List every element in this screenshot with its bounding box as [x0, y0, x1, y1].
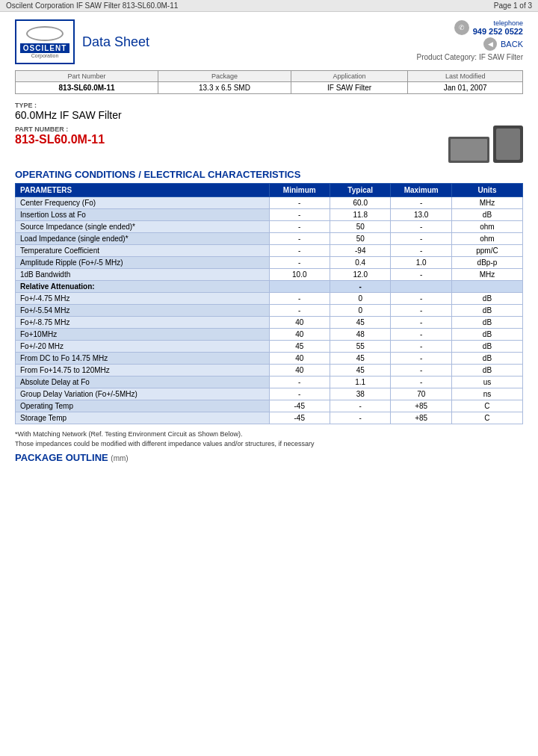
table-row: Absolute Delay at Fo-1.1-us: [16, 377, 523, 388]
row-typ: 45: [330, 317, 390, 329]
info-header-package: Package: [158, 71, 291, 82]
row-min: 40: [269, 317, 330, 329]
type-label: TYPE :: [15, 102, 37, 109]
row-typ: 60.0: [330, 197, 390, 209]
row-typ: 0.4: [330, 257, 390, 269]
row-max: -: [391, 329, 451, 341]
chip-image-2: [493, 126, 523, 163]
table-row: From Fo+14.75 to 120MHz4045-dB: [16, 365, 523, 377]
logo-corp: Corporation: [31, 53, 59, 58]
row-param: Absolute Delay at Fo: [16, 377, 270, 388]
table-row: From DC to Fo 14.75 MHz4045-dB: [16, 353, 523, 365]
back-row[interactable]: ◀ BACK: [417, 37, 523, 51]
footnote-1: *With Matching Network (Ref. Testing Env…: [15, 430, 523, 438]
row-min: -: [269, 388, 330, 400]
row-typ: -: [330, 400, 390, 412]
contact-section: ✆ telephone 949 252 0522 ◀ BACK Product …: [417, 19, 523, 61]
row-max: 70: [391, 388, 451, 400]
row-typ: 48: [330, 329, 390, 341]
row-min: -: [269, 245, 330, 257]
row-units: us: [451, 377, 522, 388]
row-min: 10.0: [269, 269, 330, 281]
row-min: -: [269, 293, 330, 305]
row-units: dB: [451, 209, 522, 221]
row-typ: 50: [330, 221, 390, 233]
col-header-units: Units: [451, 184, 522, 197]
pn-left: PART NUMBER : 813-SL60.0M-11: [15, 126, 105, 146]
row-max: +85: [391, 412, 451, 424]
row-max: +85: [391, 400, 451, 412]
row-param: Operating Temp: [16, 400, 270, 412]
row-units: dB: [451, 317, 522, 329]
section-center: -: [330, 281, 390, 293]
row-min: -45: [269, 400, 330, 412]
row-max: -: [391, 365, 451, 377]
row-units: C: [451, 412, 522, 424]
row-typ: 11.8: [330, 209, 390, 221]
phone-icon: ✆: [454, 20, 469, 35]
table-row: Temperature Coefficient--94-ppm/C: [16, 245, 523, 257]
row-min: -: [269, 377, 330, 388]
info-val-partnumber: 813-SL60.0M-11: [16, 82, 158, 94]
row-max: -: [391, 353, 451, 365]
table-row: Fo+/-8.75 MHz4045-dB: [16, 317, 523, 329]
table-row: Storage Temp-45-+85C: [16, 412, 523, 424]
row-typ: 50: [330, 233, 390, 245]
row-param: Source Impedance (single ended)*: [16, 221, 270, 233]
logo-box: OSCILENT Corporation: [15, 19, 75, 64]
table-row: 1dB Bandwidth10.012.0-MHz: [16, 269, 523, 281]
logo-name: OSCILENT: [20, 43, 70, 53]
row-param: From Fo+14.75 to 120MHz: [16, 365, 270, 377]
col-header-parameters: PARAMETERS: [16, 184, 270, 197]
telephone-label: telephone: [473, 19, 523, 27]
row-units: ohm: [451, 221, 522, 233]
row-units: dB: [451, 353, 522, 365]
info-header-partnumber: Part Number: [16, 71, 158, 82]
chip-image-1: [448, 137, 489, 163]
component-image: [448, 126, 523, 163]
info-header-application: Application: [291, 71, 407, 82]
row-units: ppm/C: [451, 245, 522, 257]
row-max: -: [391, 269, 451, 281]
telephone-row: ✆ telephone 949 252 0522: [417, 19, 523, 36]
footnote-2: Those impedances could be modified with …: [15, 440, 523, 447]
row-max: 1.0: [391, 257, 451, 269]
row-max: -: [391, 305, 451, 317]
row-max: 13.0: [391, 209, 451, 221]
row-min: -: [269, 209, 330, 221]
row-param: Load Impedance (single ended)*: [16, 233, 270, 245]
row-min: 40: [269, 329, 330, 341]
logo-section: OSCILENT Corporation Data Sheet: [15, 19, 149, 64]
operating-conditions-title: OPERATING CONDITIONS / ELECTRICAL CHARAC…: [15, 169, 523, 180]
row-param: 1dB Bandwidth: [16, 269, 270, 281]
row-param: Amplitude Ripple (Fo+/-5 MHz): [16, 257, 270, 269]
col-header-minimum: Minimum: [269, 184, 330, 197]
section-spacer: [269, 281, 330, 293]
row-typ: 55: [330, 341, 390, 353]
row-max: -: [391, 197, 451, 209]
info-table: Part Number Package Application Last Mod…: [15, 70, 523, 94]
back-label[interactable]: BACK: [501, 40, 523, 49]
telephone-info: telephone 949 252 0522: [473, 19, 523, 36]
row-typ: -: [330, 412, 390, 424]
row-units: dB: [451, 329, 522, 341]
row-min: -45: [269, 412, 330, 424]
package-outline-unit: (mm): [111, 454, 128, 462]
table-row: Source Impedance (single ended)*-50-ohm: [16, 221, 523, 233]
type-value: 60.0MHz IF SAW Filter: [15, 109, 523, 121]
section-label: Relative Attenuation:: [16, 281, 270, 293]
back-arrow-icon: ◀: [483, 37, 497, 51]
row-units: MHz: [451, 197, 522, 209]
row-units: C: [451, 400, 522, 412]
row-min: -: [269, 233, 330, 245]
table-row: Center Frequency (Fo)-60.0-MHz: [16, 197, 523, 209]
table-row: Insertion Loss at Fo-11.813.0dB: [16, 209, 523, 221]
row-max: -: [391, 317, 451, 329]
section-spacer2: [391, 281, 451, 293]
section-units: [451, 281, 522, 293]
row-param: Fo+/-8.75 MHz: [16, 317, 270, 329]
row-param: Fo+/-5.54 MHz: [16, 305, 270, 317]
table-row: Operating Temp-45-+85C: [16, 400, 523, 412]
col-header-maximum: Maximum: [391, 184, 451, 197]
table-row: Group Delay Variation (Fo+/-5MHz)-3870ns: [16, 388, 523, 400]
